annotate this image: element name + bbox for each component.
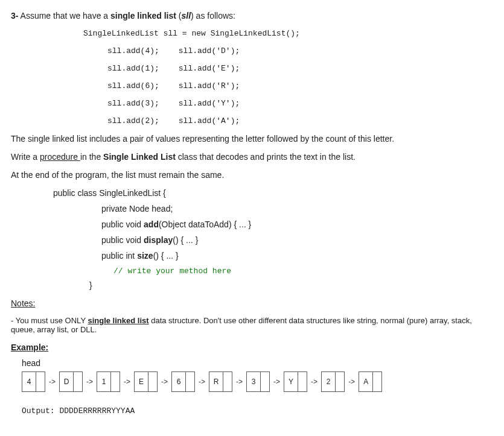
q-bold1: single linked list	[110, 11, 176, 21]
arrow-icon: ->	[235, 378, 244, 386]
ll-node-7-val: Y	[284, 372, 298, 391]
ll-node-9-val: A	[359, 372, 372, 391]
ll-node-3: E	[134, 371, 158, 392]
ll-node-1-val: D	[60, 372, 73, 391]
pair-1-left: sll.add(1);	[107, 64, 174, 73]
class-close: }	[89, 280, 493, 290]
note1-u: single linked list	[88, 316, 148, 325]
ll-node-0-ptr	[36, 372, 45, 391]
class-method-size: public int size() { ... }	[101, 251, 493, 261]
class-method-add: public void add(Object dataToAdd) { ... …	[101, 220, 493, 229]
ll-node-6-ptr	[260, 372, 269, 391]
p2-bold: Single Linked List	[103, 152, 176, 162]
ll-node-9-ptr	[372, 372, 381, 391]
ll-node-0-val: 4	[22, 372, 36, 391]
m1a: public void	[101, 220, 144, 229]
arrow-icon: ->	[85, 378, 94, 386]
ll-node-8-val: 2	[322, 372, 335, 391]
ll-node-6-val: 3	[247, 372, 260, 391]
ll-node-3-ptr	[148, 372, 157, 391]
ll-node-5-val: R	[209, 372, 223, 391]
note1-a: - You must use ONLY	[11, 316, 88, 325]
ll-node-4-val: 6	[172, 372, 185, 391]
arrow-icon: ->	[123, 378, 132, 386]
q-lead3: ) as follows:	[191, 11, 235, 21]
arrow-icon: ->	[347, 378, 356, 386]
q-lead: Assume that we have a	[18, 11, 110, 21]
ll-node-1: D	[59, 371, 83, 392]
pair-2-right: sll.add('R');	[179, 81, 240, 90]
paragraph-2: Write a procedure in the Single Linked L…	[11, 152, 493, 162]
ll-node-5: R	[209, 371, 232, 392]
ll-node-7: Y	[284, 371, 307, 392]
m2c: () { ... }	[173, 235, 198, 245]
output-label: Output:	[22, 406, 59, 415]
ll-node-7-ptr	[298, 372, 307, 391]
class-code-block: public class SingleLinkedList { private …	[53, 188, 493, 290]
code-pairs-block: sll.add(4); sll.add('D'); sll.add(1); sl…	[107, 46, 493, 125]
code-pair-2: sll.add(6); sll.add('R');	[107, 81, 493, 90]
paragraph-1: The single linked list includes a pair o…	[11, 134, 493, 144]
m2a: public void	[101, 235, 144, 245]
pair-0-right: sll.add('D');	[179, 46, 240, 55]
pair-3-right: sll.add('Y');	[179, 99, 240, 108]
m3b: size	[137, 251, 153, 261]
ll-node-0: 4	[22, 371, 45, 392]
class-field-head: private Node head;	[101, 204, 493, 213]
ll-node-4-ptr	[185, 372, 194, 391]
arrow-icon: ->	[48, 378, 57, 386]
question-number: 3-	[11, 11, 18, 21]
m1c: (Object dataToAdd) { ... }	[159, 220, 251, 229]
m3a: public int	[101, 251, 137, 261]
ll-node-1-ptr	[73, 372, 82, 391]
pair-2-left: sll.add(6);	[107, 81, 174, 90]
m3c: () { ... }	[153, 251, 179, 261]
code-pair-4: sll.add(2); sll.add('A');	[107, 116, 493, 125]
pair-4-right: sll.add('A');	[179, 116, 240, 125]
pair-0-left: sll.add(4);	[107, 46, 174, 55]
ll-node-4: 6	[171, 371, 195, 392]
code-init-line: SingleLinkedList sll = new SingleLinkedL…	[83, 29, 493, 38]
pair-4-left: sll.add(2);	[107, 116, 174, 125]
class-comment: // write your method here	[113, 267, 493, 276]
arrow-icon: ->	[160, 378, 169, 386]
note-1: - You must use ONLY single linked list d…	[11, 316, 493, 334]
p2-underline: procedure	[40, 152, 80, 162]
m2b: display	[144, 235, 173, 245]
q-ital: sll	[181, 11, 191, 21]
code-pair-1: sll.add(1); sll.add('E');	[107, 64, 493, 73]
ll-node-5-ptr	[223, 372, 232, 391]
output-value: DDDDERRRRRRYYYAA	[59, 406, 135, 415]
paragraph-3: At the end of the program, the list must…	[11, 170, 493, 180]
ll-node-2: 1	[97, 371, 120, 392]
ll-node-8-ptr	[335, 372, 344, 391]
arrow-icon: ->	[197, 378, 206, 386]
pair-1-right: sll.add('E');	[179, 64, 240, 73]
code-pair-3: sll.add(3); sll.add('Y');	[107, 99, 493, 108]
ll-node-6: 3	[246, 371, 270, 392]
head-label: head	[22, 358, 493, 368]
p2-b: in the	[80, 152, 103, 162]
ll-node-8: 2	[321, 371, 345, 392]
question-line: 3- Assume that we have a single linked l…	[11, 11, 493, 21]
p2-a: Write a	[11, 152, 40, 162]
m1b: add	[144, 220, 159, 229]
example-header: Example:	[11, 343, 493, 352]
arrow-icon: ->	[310, 378, 319, 386]
ll-node-9: A	[359, 371, 382, 392]
p2-c: class that decodes and prints the text i…	[176, 152, 356, 162]
output-line: Output: DDDDERRRRRRYYYAA	[22, 406, 493, 415]
ll-node-3-val: E	[135, 372, 148, 391]
code-pair-0: sll.add(4); sll.add('D');	[107, 46, 493, 55]
class-method-display: public void display() { ... }	[101, 235, 493, 245]
ll-node-2-val: 1	[97, 372, 110, 391]
notes-header: Notes:	[11, 299, 493, 308]
ll-node-2-ptr	[110, 372, 120, 391]
class-open: public class SingleLinkedList {	[53, 188, 493, 198]
linked-list-diagram: 4 -> D -> 1 -> E -> 6 -> R -> 3 -> Y -> …	[22, 371, 493, 392]
arrow-icon: ->	[272, 378, 281, 386]
pair-3-left: sll.add(3);	[107, 99, 174, 108]
